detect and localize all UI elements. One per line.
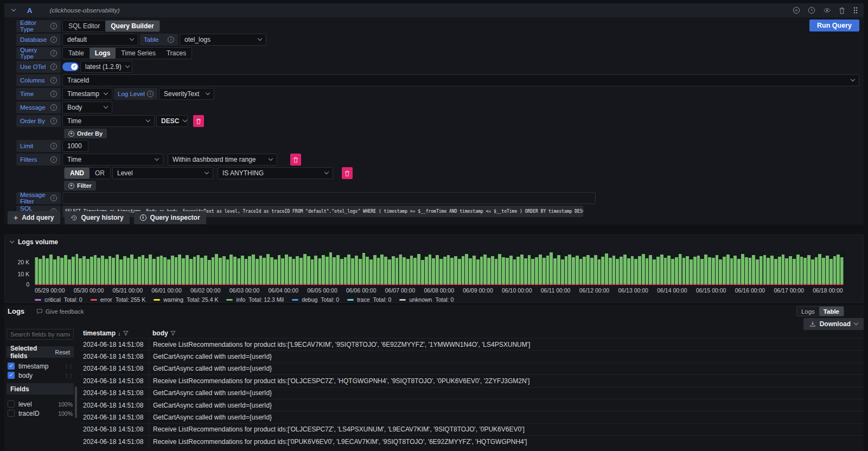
conjunction-and[interactable]: AND — [65, 168, 90, 179]
time-column-select[interactable]: Timestamp — [62, 88, 112, 100]
table-row[interactable]: 2024-06-18 14:51:08 Receive ListRecommen… — [80, 423, 864, 435]
filter2-operator-select[interactable]: IS ANYTHING — [218, 167, 333, 179]
table-row[interactable]: 2024-06-18 14:51:08 GetCartAsync called … — [80, 411, 864, 423]
volume-bar — [594, 255, 597, 285]
trash-icon[interactable] — [839, 7, 845, 14]
info-icon[interactable]: i — [50, 143, 57, 149]
table-row[interactable]: 2024-06-18 14:51:08 Receive ListRecommen… — [80, 374, 864, 386]
legend-item[interactable]: debug Total: 0 — [292, 296, 339, 303]
conjunction-or[interactable]: OR — [90, 168, 110, 179]
add-filter-button[interactable]: +Filter — [64, 181, 96, 190]
filter1-field-select[interactable]: Time — [62, 154, 163, 166]
field-row[interactable]: ✓ timestamp ⋮⋮ — [7, 361, 74, 371]
info-icon[interactable]: i — [147, 91, 154, 97]
table-row[interactable]: 2024-06-18 14:51:08 GetCartAsync called … — [80, 350, 864, 362]
query-type-option-time-series[interactable]: Time Series — [116, 48, 161, 59]
filter2-field-select[interactable]: Level — [112, 167, 213, 179]
order-by-direction-select[interactable]: DESC — [156, 115, 188, 127]
query-row-header[interactable]: A (clickhouse-observability) — [4, 3, 864, 17]
filter-icon[interactable] — [170, 331, 176, 336]
otel-version-select[interactable]: latest (1.2.9) — [80, 61, 132, 73]
drag-handle-icon[interactable]: ⋮⋮ — [64, 373, 73, 378]
table-row[interactable]: 2024-06-18 14:51:08 Receive ListRecommen… — [80, 338, 864, 350]
remove-filter1-button[interactable] — [290, 154, 301, 166]
log-level-column-select[interactable]: SeverityText — [159, 88, 214, 100]
timestamp-cell: 2024-06-18 14:51:08 — [80, 365, 149, 372]
legend-item[interactable]: unknown Total: 0 — [399, 296, 454, 303]
info-icon[interactable]: i — [50, 63, 57, 70]
legend-item[interactable]: warning Total: 25.4 K — [154, 296, 218, 303]
volume-bar — [281, 258, 284, 285]
legend-item[interactable]: error Total: 255 K — [91, 296, 146, 303]
legend-item[interactable]: trace Total: 0 — [347, 296, 391, 303]
info-icon[interactable]: i — [50, 77, 57, 84]
legend-item[interactable]: info Total: 12.3 Mil — [226, 296, 284, 303]
editor-type-option-query-builder[interactable]: Query Builder — [105, 21, 159, 31]
info-icon[interactable]: i — [50, 104, 57, 111]
info-icon[interactable]: i — [50, 23, 57, 29]
table-row[interactable]: 2024-06-18 14:51:08 Receive ListRecommen… — [80, 435, 864, 447]
filter-icon[interactable] — [123, 331, 129, 336]
collapse-chevron-icon[interactable] — [11, 7, 16, 11]
query-type-option-table[interactable]: Table — [63, 48, 90, 59]
message-column-select[interactable]: Body — [62, 101, 112, 113]
panel-collapse-chevron-icon[interactable] — [10, 239, 14, 243]
run-query-button[interactable]: Run Query — [809, 20, 859, 31]
columns-multiselect[interactable]: TraceId — [62, 74, 859, 86]
add-query-button[interactable]: +Add query — [8, 211, 60, 224]
volume-bar — [782, 255, 785, 285]
query-type-option-logs[interactable]: Logs — [90, 48, 116, 59]
view-option-table[interactable]: Table — [819, 307, 844, 316]
info-icon[interactable]: i — [50, 118, 57, 124]
add-order-by-button[interactable]: +Order By — [64, 129, 107, 138]
table-select[interactable]: otel_logs — [180, 34, 266, 46]
info-icon[interactable]: i — [168, 36, 174, 43]
table-row[interactable]: 2024-06-18 14:51:08 GetCartAsync called … — [80, 363, 864, 374]
query-inspector-button[interactable]: iQuery inspector — [134, 211, 206, 224]
drag-handle-icon[interactable] — [853, 7, 858, 14]
query-type-option-traces[interactable]: Traces — [161, 48, 192, 59]
search-fields-input[interactable] — [7, 329, 74, 340]
field-checkbox[interactable] — [8, 410, 15, 417]
drag-handle-icon[interactable]: ⋮⋮ — [64, 364, 73, 369]
chart-icon[interactable] — [793, 7, 800, 14]
sidebar-scrollbar[interactable] — [75, 386, 77, 418]
filter1-operator-select[interactable]: Within dashboard time range — [168, 154, 277, 166]
eye-icon[interactable] — [823, 7, 831, 14]
field-checkbox[interactable] — [8, 401, 15, 408]
reset-button[interactable]: Reset — [55, 349, 70, 355]
message-filter-input[interactable] — [62, 192, 596, 204]
info-icon[interactable]: i — [50, 36, 57, 43]
field-checkbox[interactable]: ✓ — [8, 363, 15, 370]
editor-type-option-sql-editor[interactable]: SQL Editor — [63, 21, 105, 31]
give-feedback-link[interactable]: Give feedback — [36, 308, 84, 315]
remove-order-by-button[interactable] — [193, 115, 204, 127]
body-column-header[interactable]: body — [152, 329, 168, 337]
view-option-logs[interactable]: Logs — [797, 307, 819, 316]
info-icon[interactable]: i — [50, 50, 57, 56]
field-checkbox[interactable]: ✓ — [8, 372, 15, 379]
volume-bar — [550, 252, 553, 285]
order-by-field-select[interactable]: Time — [62, 115, 155, 127]
sort-desc-icon[interactable]: ↓ — [118, 330, 121, 336]
volume-bar — [208, 260, 211, 285]
field-row[interactable]: traceID 100% — [7, 409, 74, 418]
limit-input[interactable]: 1000 — [62, 140, 88, 152]
volume-bar — [289, 257, 292, 285]
field-row[interactable]: ✓ body ⋮⋮ — [7, 371, 74, 380]
info-icon[interactable]: i — [50, 91, 57, 97]
query-history-button[interactable]: Query history — [65, 211, 130, 224]
chevron-down-icon — [854, 321, 858, 325]
history-icon[interactable] — [808, 7, 815, 14]
logs-volume-chart[interactable] — [35, 251, 843, 285]
info-icon[interactable]: i — [50, 195, 57, 201]
timestamp-column-header[interactable]: timestamp — [83, 329, 116, 337]
use-otel-toggle[interactable]: ✓ — [62, 62, 79, 71]
table-row[interactable]: 2024-06-18 14:51:08 GetCartAsync called … — [80, 387, 864, 399]
field-row[interactable]: level 100% — [7, 399, 74, 409]
database-select[interactable]: default — [62, 34, 138, 46]
info-icon[interactable]: i — [50, 156, 57, 163]
legend-item[interactable]: critical Total: 0 — [35, 296, 82, 303]
table-row[interactable]: 2024-06-18 14:51:08 GetCartAsync called … — [80, 399, 864, 411]
remove-filter2-button[interactable] — [342, 167, 353, 179]
